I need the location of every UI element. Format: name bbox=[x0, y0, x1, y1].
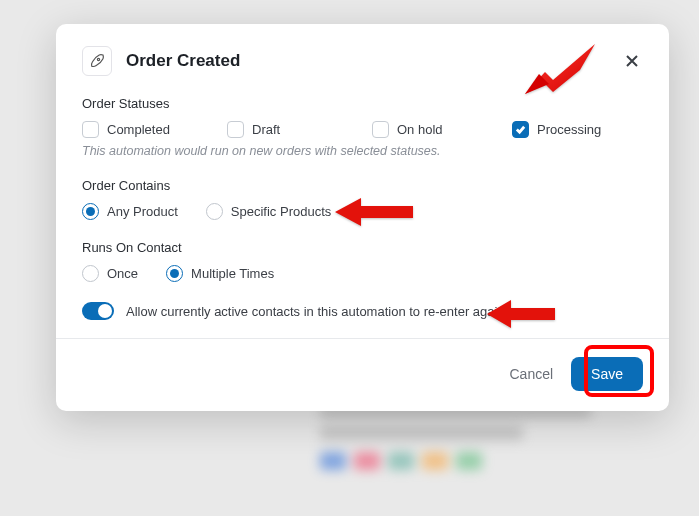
svg-point-0 bbox=[97, 58, 99, 60]
status-draft[interactable]: Draft bbox=[227, 121, 372, 138]
runs-multiple-times[interactable]: Multiple Times bbox=[166, 265, 274, 282]
radio-icon bbox=[206, 203, 223, 220]
radio-label: Any Product bbox=[107, 204, 178, 219]
radio-icon bbox=[82, 203, 99, 220]
runs-once[interactable]: Once bbox=[82, 265, 138, 282]
status-onhold[interactable]: On hold bbox=[372, 121, 512, 138]
checkbox-icon bbox=[82, 121, 99, 138]
runs-on-contact-label: Runs On Contact bbox=[82, 240, 643, 255]
close-button[interactable] bbox=[621, 50, 643, 72]
radio-label: Multiple Times bbox=[191, 266, 274, 281]
rocket-icon bbox=[82, 46, 112, 76]
order-contains-label: Order Contains bbox=[82, 178, 643, 193]
order-created-modal: Order Created Order Statuses Completed D… bbox=[56, 24, 669, 411]
radio-label: Specific Products bbox=[231, 204, 331, 219]
order-statuses-label: Order Statuses bbox=[82, 96, 643, 111]
modal-title: Order Created bbox=[126, 51, 240, 71]
cancel-button[interactable]: Cancel bbox=[509, 366, 553, 382]
contains-any-product[interactable]: Any Product bbox=[82, 203, 178, 220]
radio-icon bbox=[166, 265, 183, 282]
status-label: Draft bbox=[252, 122, 280, 137]
statuses-helper-text: This automation would run on new orders … bbox=[82, 144, 643, 158]
radio-label: Once bbox=[107, 266, 138, 281]
reenter-toggle-row: Allow currently active contacts in this … bbox=[82, 302, 643, 320]
reenter-label: Allow currently active contacts in this … bbox=[126, 304, 505, 319]
background-blurred-content bbox=[320, 396, 659, 516]
status-label: Processing bbox=[537, 122, 601, 137]
order-contains-section: Order Contains Any Product Specific Prod… bbox=[82, 178, 643, 220]
status-label: Completed bbox=[107, 122, 170, 137]
radio-icon bbox=[82, 265, 99, 282]
save-button[interactable]: Save bbox=[571, 357, 643, 391]
runs-on-contact-section: Runs On Contact Once Multiple Times bbox=[82, 240, 643, 282]
checkbox-icon bbox=[512, 121, 529, 138]
modal-header: Order Created bbox=[82, 46, 643, 76]
checkbox-icon bbox=[227, 121, 244, 138]
reenter-toggle[interactable] bbox=[82, 302, 114, 320]
status-processing[interactable]: Processing bbox=[512, 121, 601, 138]
order-statuses-section: Order Statuses Completed Draft On hold P… bbox=[82, 96, 643, 158]
status-label: On hold bbox=[397, 122, 443, 137]
checkbox-icon bbox=[372, 121, 389, 138]
contains-specific-products[interactable]: Specific Products bbox=[206, 203, 331, 220]
status-completed[interactable]: Completed bbox=[82, 121, 227, 138]
modal-footer: Cancel Save bbox=[56, 338, 669, 411]
